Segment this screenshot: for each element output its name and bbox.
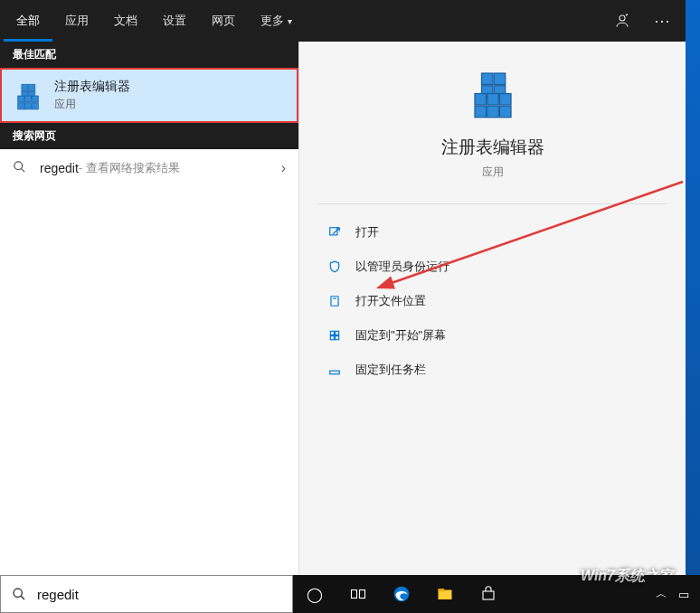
pin-taskbar-icon (325, 363, 345, 376)
svg-rect-2 (29, 84, 35, 90)
best-match-title: 注册表编辑器 (54, 79, 130, 95)
svg-rect-10 (32, 102, 38, 108)
svg-rect-7 (32, 96, 38, 102)
search-icon (13, 160, 31, 176)
windows-search-panel: 全部 应用 文档 设置 网页 更多▾ ⋯ 最佳匹配 注册表编辑器 应用 搜索网页 (0, 0, 686, 613)
svg-rect-9 (24, 102, 31, 108)
detail-app-icon (466, 69, 520, 123)
svg-rect-29 (336, 336, 339, 340)
tab-documents[interactable]: 文档 (101, 0, 150, 42)
svg-rect-40 (439, 589, 445, 591)
svg-rect-18 (487, 94, 498, 106)
shield-icon (325, 260, 345, 273)
svg-rect-26 (330, 331, 334, 335)
action-pin-to-taskbar[interactable]: 固定到任务栏 (317, 353, 667, 387)
tray-input-icon[interactable]: ▭ (673, 588, 695, 601)
svg-rect-20 (475, 106, 487, 118)
overflow-menu-icon[interactable]: ⋯ (642, 0, 682, 42)
svg-rect-30 (330, 371, 340, 374)
svg-rect-37 (360, 590, 365, 599)
svg-point-11 (14, 162, 23, 170)
best-match-subtitle: 应用 (54, 97, 130, 112)
feedback-icon[interactable] (602, 0, 642, 42)
detail-actions: 打开 以管理员身份运行 打开文件位置 (317, 203, 667, 398)
svg-point-34 (14, 589, 22, 597)
svg-rect-1 (22, 84, 28, 90)
svg-rect-36 (352, 590, 357, 599)
svg-line-35 (21, 596, 24, 599)
system-tray: ︿ ▭ (645, 575, 700, 613)
folder-icon (325, 295, 345, 307)
store-icon[interactable] (467, 575, 510, 613)
tab-apps[interactable]: 应用 (52, 0, 101, 42)
section-web-search: 搜索网页 (0, 123, 298, 149)
pin-start-icon (325, 329, 345, 342)
svg-rect-21 (487, 106, 498, 118)
svg-point-0 (620, 15, 625, 21)
web-query-text: regedit (40, 161, 79, 175)
svg-rect-17 (475, 94, 487, 106)
cortana-icon[interactable]: ◯ (293, 575, 336, 613)
action-run-as-admin[interactable]: 以管理员身份运行 (317, 250, 667, 284)
tab-web[interactable]: 网页 (199, 0, 248, 42)
tab-more[interactable]: 更多▾ (248, 0, 305, 42)
svg-rect-28 (330, 336, 334, 340)
results-pane: 最佳匹配 注册表编辑器 应用 搜索网页 regedit - 查看网络搜索结果 › (0, 42, 298, 575)
svg-line-12 (21, 168, 24, 172)
svg-rect-8 (18, 102, 24, 108)
open-icon (325, 226, 345, 239)
action-open-file-location[interactable]: 打开文件位置 (317, 284, 667, 318)
taskbar-search-box[interactable] (0, 575, 293, 613)
tab-all[interactable]: 全部 (4, 0, 52, 42)
best-match-result[interactable]: 注册表编辑器 应用 (0, 68, 298, 123)
action-pin-to-start[interactable]: 固定到"开始"屏幕 (317, 318, 667, 353)
svg-rect-13 (481, 73, 493, 85)
svg-rect-22 (499, 106, 511, 118)
web-query-suffix: - 查看网络搜索结果 (79, 160, 180, 176)
search-scope-tabs: 全部 应用 文档 设置 网页 更多▾ ⋯ (0, 0, 686, 42)
chevron-right-icon: › (281, 160, 286, 176)
action-open[interactable]: 打开 (317, 215, 667, 250)
detail-title: 注册表编辑器 (441, 136, 544, 159)
detail-pane: 注册表编辑器 应用 打开 以管理员身份运行 (298, 42, 686, 575)
svg-rect-14 (494, 73, 506, 85)
search-input[interactable] (37, 587, 292, 602)
svg-rect-41 (483, 591, 494, 599)
svg-rect-27 (336, 331, 339, 335)
svg-rect-39 (439, 590, 452, 600)
explorer-icon[interactable] (423, 575, 467, 613)
tab-settings[interactable]: 设置 (150, 0, 199, 42)
task-view-icon[interactable] (336, 575, 380, 613)
detail-subtitle: 应用 (482, 165, 504, 180)
svg-rect-19 (499, 94, 511, 106)
edge-icon[interactable] (380, 575, 423, 613)
svg-rect-24 (331, 297, 338, 306)
web-search-result[interactable]: regedit - 查看网络搜索结果 › (0, 149, 298, 187)
tray-overflow-icon[interactable]: ︿ (650, 586, 673, 602)
svg-rect-5 (18, 96, 24, 102)
regedit-icon (13, 80, 43, 111)
svg-rect-6 (24, 96, 31, 102)
section-best-match: 最佳匹配 (0, 42, 298, 68)
search-icon (1, 587, 37, 601)
